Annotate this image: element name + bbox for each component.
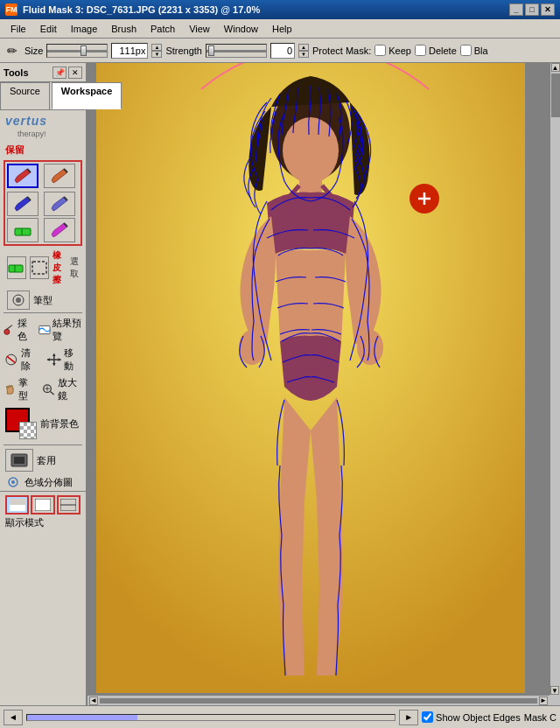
- maximize-button[interactable]: □: [525, 4, 539, 16]
- hand-button[interactable]: 掌型: [4, 376, 35, 402]
- clear-button[interactable]: 清除: [4, 346, 39, 373]
- separator-2: [4, 444, 82, 445]
- horizontal-scrollbar[interactable]: ◄ ►: [88, 695, 550, 705]
- menu-help[interactable]: Help: [265, 22, 299, 36]
- vertus-sub: therapy!: [0, 130, 86, 142]
- brush-delete-1-icon: [13, 195, 32, 213]
- show-object-edges-group: Show Object Edges: [422, 711, 521, 723]
- zoom-button[interactable]: 放大鏡: [42, 376, 82, 402]
- select-tool-icon: [31, 260, 48, 276]
- scroll-thumb-h[interactable]: [100, 698, 537, 704]
- brush-keep-2-icon: [50, 167, 69, 185]
- size-slider[interactable]: [46, 44, 108, 58]
- tools-pin-button[interactable]: 📌: [52, 66, 66, 79]
- display-mode-3-icon: [60, 499, 76, 511]
- svg-rect-2: [9, 265, 23, 272]
- clear-label: 清除: [21, 346, 39, 373]
- move-icon: [46, 353, 62, 367]
- vertus-logo: vertus: [0, 110, 86, 130]
- strength-spin-down[interactable]: ▼: [298, 51, 309, 58]
- menu-window[interactable]: Window: [217, 22, 265, 36]
- canvas-svg: [96, 63, 525, 693]
- brush-delete-2-icon: [50, 195, 69, 213]
- tool-row-2: 刪除: [7, 192, 79, 216]
- sample-button[interactable]: 採色: [4, 317, 32, 343]
- scroll-up-button[interactable]: ▲: [551, 63, 560, 72]
- hand-label: 掌型: [18, 376, 35, 402]
- strength-label: Strength: [165, 46, 202, 56]
- hand-icon: [4, 382, 17, 396]
- select-tool-button[interactable]: [30, 256, 49, 279]
- svg-marker-12: [52, 363, 56, 366]
- mix-icon: [50, 221, 69, 239]
- strength-slider[interactable]: [206, 44, 267, 58]
- scroll-right-button[interactable]: ►: [539, 696, 548, 705]
- status-prev-button[interactable]: ◄: [4, 710, 23, 725]
- canvas-wrapper[interactable]: ▲ ▼ ◄ ►: [88, 63, 560, 705]
- select-tool-label: 選取: [70, 256, 79, 280]
- zoom-icon: [42, 382, 55, 396]
- tools-header: Tools 📌 ✕: [0, 63, 86, 82]
- tools-header-icons: 📌 ✕: [52, 66, 82, 79]
- keep-checkbox[interactable]: [374, 45, 386, 56]
- brush-keep-2-button[interactable]: [44, 164, 75, 188]
- menu-image[interactable]: Image: [64, 22, 105, 36]
- eraser-icon: [13, 221, 32, 239]
- display-mode-buttons: [5, 495, 80, 514]
- size-spin-down[interactable]: ▼: [151, 51, 162, 58]
- svg-marker-13: [47, 358, 50, 361]
- close-button[interactable]: ✕: [541, 4, 555, 16]
- delete-label: Delete: [429, 46, 457, 56]
- display-mode-3-button[interactable]: [57, 495, 80, 514]
- menu-brush[interactable]: Brush: [104, 22, 144, 36]
- tools-close-button[interactable]: ✕: [68, 66, 82, 79]
- minimize-button[interactable]: _: [509, 4, 523, 16]
- brush-delete-1-button[interactable]: [7, 192, 38, 216]
- brush-delete-2-button[interactable]: [44, 192, 75, 216]
- scroll-left-button[interactable]: ◄: [89, 696, 98, 705]
- display-mode-1-button[interactable]: [5, 495, 29, 514]
- scroll-thumb-v[interactable]: [551, 74, 560, 117]
- color-dist-label[interactable]: 色域分佈圖: [24, 476, 73, 489]
- svg-point-22: [11, 480, 15, 484]
- eraser-tool-label: 橡皮擦: [52, 249, 66, 286]
- show-object-edges-label: Show Object Edges: [436, 712, 521, 723]
- menu-view[interactable]: View: [182, 22, 217, 36]
- preserve-label-row: 保留: [0, 142, 86, 158]
- eraser-button[interactable]: [7, 218, 38, 242]
- sample-label: 採色: [18, 317, 32, 343]
- apply-icon: [10, 452, 28, 468]
- vertical-scrollbar[interactable]: ▲ ▼: [550, 63, 560, 695]
- display-mode-2-button[interactable]: [31, 495, 54, 514]
- tab-source[interactable]: Source: [0, 82, 50, 109]
- preview-button[interactable]: 結果預覽: [38, 317, 82, 343]
- brush-type-button[interactable]: [7, 290, 30, 310]
- tab-workspace[interactable]: Workspace: [52, 82, 122, 109]
- image-canvas[interactable]: [96, 63, 525, 693]
- scroll-corner: [550, 695, 560, 705]
- strength-spin-up[interactable]: ▲: [298, 44, 309, 51]
- size-spin-up[interactable]: ▲: [151, 44, 162, 51]
- menu-patch[interactable]: Patch: [144, 22, 182, 36]
- eraser-tool-button[interactable]: [7, 256, 26, 279]
- preview-label: 結果預覽: [52, 317, 82, 343]
- apply-row: 套用: [0, 447, 86, 473]
- apply-button[interactable]: [5, 449, 33, 472]
- status-next-button[interactable]: ►: [399, 710, 418, 725]
- strength-input[interactable]: [270, 43, 295, 59]
- scroll-down-button[interactable]: ▼: [550, 686, 559, 695]
- size-input[interactable]: [111, 43, 148, 59]
- move-button[interactable]: 移動: [46, 346, 82, 373]
- tools-title: Tools: [4, 67, 29, 78]
- bla-checkbox[interactable]: [460, 45, 472, 56]
- brush-keep-1-button[interactable]: [7, 164, 38, 188]
- bla-label: Bla: [474, 46, 488, 56]
- show-object-edges-checkbox[interactable]: [422, 711, 433, 723]
- delete-checkbox[interactable]: [415, 45, 426, 56]
- menu-edit[interactable]: Edit: [33, 22, 64, 36]
- mix-button[interactable]: [44, 218, 75, 242]
- color-swatch[interactable]: [5, 408, 37, 439]
- tools-panel: Tools 📌 ✕ Source Workspace Cut-out vertu…: [0, 63, 88, 705]
- menu-file[interactable]: File: [4, 22, 33, 36]
- status-slider[interactable]: [26, 714, 396, 721]
